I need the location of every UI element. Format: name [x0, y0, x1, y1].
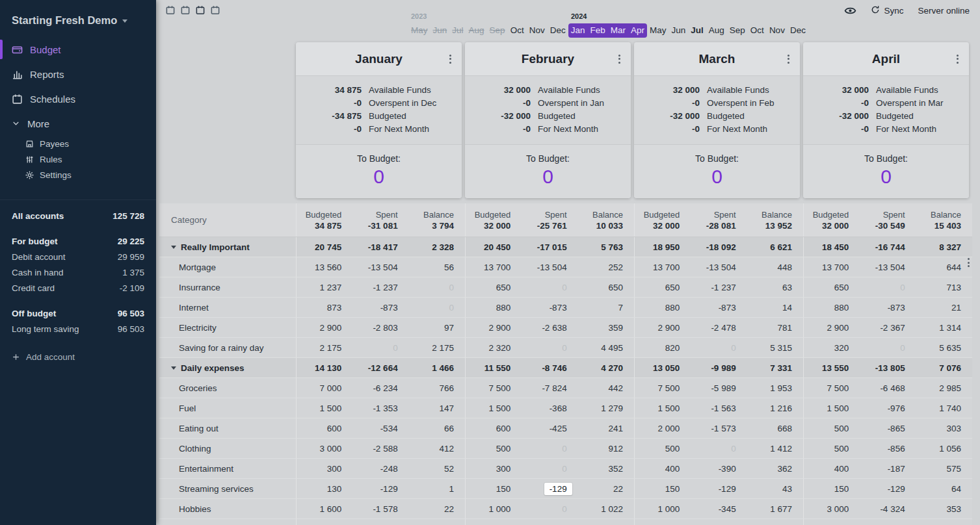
budgeted-cell[interactable]: 14 130 — [297, 358, 352, 378]
budgeted-cell[interactable]: 820 — [635, 338, 691, 357]
balance-cell[interactable]: 781 — [747, 318, 803, 337]
budgeted-cell[interactable]: 2 900 — [297, 318, 352, 337]
column-header-spent[interactable]: Spent-28 081 — [691, 203, 747, 237]
balance-cell[interactable]: 64 — [916, 479, 972, 498]
spent-cell[interactable]: -13 504 — [860, 257, 916, 277]
sidebar-item-settings[interactable]: Settings — [0, 167, 156, 183]
balance-cell[interactable]: 147 — [409, 398, 465, 418]
spent-cell[interactable]: -873 — [522, 298, 577, 317]
month-nav-item-dec-7[interactable]: Dec — [548, 23, 568, 38]
month-nav-item-aug-3[interactable]: Aug — [466, 23, 487, 38]
balance-cell[interactable]: 1 953 — [747, 378, 803, 398]
month-nav-item-nov-6[interactable]: Nov — [527, 23, 548, 38]
balance-cell[interactable]: 5 635 — [916, 338, 972, 357]
balance-cell[interactable]: 22 — [409, 499, 465, 519]
spent-cell[interactable]: -17 015 — [522, 237, 577, 257]
month-nav-item-dec-19[interactable]: Dec — [788, 23, 808, 38]
budgeted-cell[interactable]: 13 550 — [804, 358, 860, 378]
budgeted-cell[interactable]: 2 000 — [635, 418, 691, 438]
balance-cell[interactable]: 4 495 — [578, 338, 634, 357]
spent-cell[interactable]: -2 478 — [691, 318, 747, 337]
budgeted-cell[interactable]: 873 — [297, 298, 352, 317]
budgeted-cell[interactable]: 1 000 — [635, 499, 691, 519]
sidebar-item-reports[interactable]: Reports — [0, 62, 156, 86]
balance-cell[interactable]: 66 — [409, 418, 465, 438]
column-header-spent[interactable]: Spent-30 549 — [860, 203, 916, 237]
month-nav-item-nov-18[interactable]: Nov — [767, 23, 788, 38]
balance-cell[interactable]: 442 — [578, 378, 634, 398]
budgeted-cell[interactable]: 13 560 — [297, 257, 352, 277]
spent-cell[interactable]: -873 — [860, 298, 916, 317]
category-name[interactable]: Daily expenses — [159, 358, 296, 378]
balance-cell[interactable]: 448 — [747, 257, 803, 277]
category-name[interactable]: Mortgage — [159, 257, 296, 277]
spent-cell[interactable]: -976 — [860, 398, 916, 418]
balance-cell[interactable]: 575 — [916, 459, 972, 478]
spent-cell[interactable]: -534 — [352, 418, 408, 438]
spent-cell[interactable]: 0 — [860, 338, 916, 357]
category-name[interactable]: Insurrance — [159, 277, 296, 297]
balance-cell[interactable]: 1 677 — [747, 499, 803, 519]
budgeted-cell[interactable]: 20 450 — [466, 237, 522, 257]
category-name[interactable] — [159, 519, 296, 525]
balance-cell[interactable]: 0 — [409, 298, 465, 317]
budgeted-cell[interactable]: 130 — [297, 479, 352, 498]
balance-cell[interactable]: 7 076 — [916, 358, 972, 378]
budgeted-cell[interactable]: 7 500 — [466, 378, 522, 398]
column-header-balance[interactable]: Balance10 033 — [578, 203, 634, 237]
budgeted-cell[interactable]: 2 900 — [804, 318, 860, 337]
column-header-budgeted[interactable]: Budgeted34 875 — [297, 203, 352, 237]
editing-cell-value[interactable]: -129 — [544, 483, 572, 495]
month-nav-item-may-12[interactable]: May — [647, 23, 669, 38]
to-budget-value[interactable]: 0 — [542, 166, 553, 188]
spent-cell[interactable]: -4 324 — [860, 499, 916, 519]
spent-cell[interactable]: 0 — [522, 338, 577, 357]
category-name[interactable]: Eating out — [159, 418, 296, 438]
sidebar-item-budget[interactable]: Budget — [0, 37, 156, 62]
budgeted-cell[interactable]: 1 500 — [466, 398, 522, 418]
month-menu-button[interactable] — [447, 53, 453, 66]
month-nav-item-jun-1[interactable]: Jun — [430, 23, 450, 38]
spent-cell[interactable]: 0 — [522, 499, 577, 519]
month-nav-item-jan-8[interactable]: Jan — [568, 23, 588, 38]
month-nav-item-aug-15[interactable]: Aug — [706, 23, 727, 38]
budgeted-cell[interactable]: 7 500 — [804, 378, 860, 398]
budgeted-cell[interactable]: 150 — [635, 479, 691, 498]
category-name[interactable]: Electricity — [159, 318, 296, 337]
balance-cell[interactable]: 1 740 — [916, 398, 972, 418]
budget-file-switcher[interactable]: Starting Fresh Demo — [0, 0, 156, 37]
budgeted-cell[interactable]: 7 000 — [297, 378, 352, 398]
month-nav-item-mar-10[interactable]: Mar — [608, 23, 628, 38]
balance-cell[interactable]: 6 621 — [747, 237, 803, 257]
category-name[interactable]: Internet — [159, 298, 296, 317]
sidebar-item-rules[interactable]: Rules — [0, 151, 156, 167]
account-group-header[interactable]: Off budget96 503 — [0, 305, 156, 321]
month-nav-item-apr-11[interactable]: Apr — [628, 23, 647, 38]
column-header-budgeted[interactable]: Budgeted32 000 — [466, 203, 522, 237]
spent-cell[interactable]: -6 234 — [352, 378, 408, 398]
spent-cell[interactable]: -8 746 — [522, 358, 577, 378]
to-budget-value[interactable]: 0 — [881, 166, 892, 188]
spent-cell[interactable]: -390 — [691, 459, 747, 478]
category-name[interactable]: Fuel — [159, 398, 296, 418]
column-header-balance[interactable]: Balance13 952 — [747, 203, 803, 237]
column-header-budgeted[interactable]: Budgeted32 000 — [635, 203, 691, 237]
balance-cell[interactable]: 63 — [747, 277, 803, 297]
spent-cell[interactable]: 0 — [691, 338, 747, 357]
budgeted-cell[interactable]: 600 — [466, 418, 522, 438]
collapse-triangle-icon[interactable] — [171, 366, 176, 370]
spent-cell[interactable]: -12 664 — [352, 358, 408, 378]
server-status[interactable]: Server online — [918, 6, 970, 16]
balance-cell[interactable]: 1 216 — [747, 398, 803, 418]
spent-cell[interactable]: 0 — [860, 277, 916, 297]
spent-cell[interactable]: -9 989 — [691, 358, 747, 378]
budgeted-cell[interactable]: 1 500 — [635, 398, 691, 418]
column-header-spent[interactable]: Spent-31 081 — [352, 203, 408, 237]
spent-cell[interactable]: -13 504 — [352, 257, 408, 277]
budgeted-cell[interactable]: 2 320 — [466, 338, 522, 357]
balance-cell[interactable]: 0 — [409, 277, 465, 297]
balance-cell[interactable]: 1 412 — [747, 439, 803, 458]
balance-cell[interactable]: 7 — [578, 298, 634, 317]
category-name[interactable]: Really Important — [159, 237, 296, 257]
balance-cell[interactable]: 1 056 — [916, 439, 972, 458]
